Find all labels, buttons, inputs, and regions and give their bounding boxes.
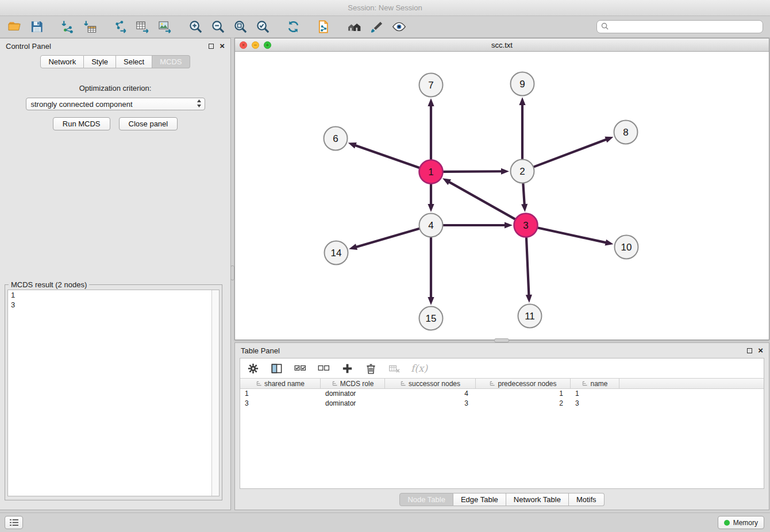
search-input[interactable] [611, 22, 759, 31]
network-node[interactable]: 1 [419, 160, 443, 184]
zoom-selected-icon[interactable] [255, 20, 270, 34]
table-cell[interactable]: 1 [240, 389, 321, 399]
tab-network[interactable]: Network [40, 55, 84, 68]
eye-icon[interactable] [391, 20, 406, 34]
criterion-dropdown[interactable]: strongly connected component [26, 98, 205, 110]
add-column-icon[interactable] [340, 361, 354, 375]
result-list-scrollbar[interactable] [211, 290, 219, 496]
network-edge[interactable] [428, 238, 434, 306]
network-node[interactable]: 2 [511, 160, 534, 183]
network-node[interactable]: 14 [325, 241, 348, 265]
tab-select[interactable]: Select [116, 55, 152, 68]
run-mcds-button[interactable]: Run MCDS [53, 117, 110, 130]
network-edge[interactable] [349, 229, 419, 250]
result-item[interactable]: 1 [8, 290, 219, 300]
deselect-all-icon[interactable] [317, 361, 330, 375]
table-cell[interactable]: dominator [321, 389, 385, 399]
export-network-icon[interactable] [113, 20, 128, 34]
apply-layout-icon[interactable] [286, 20, 301, 34]
search-box[interactable] [596, 20, 763, 33]
network-node[interactable]: 3 [514, 214, 538, 237]
column-header[interactable]: successor nodes [385, 379, 476, 388]
close-window-icon[interactable]: × [240, 41, 247, 49]
network-node[interactable]: 9 [511, 72, 534, 96]
column-header[interactable]: name [571, 379, 619, 388]
tab-mcds[interactable]: MCDS [152, 55, 190, 68]
table-panel-title: Table Panel [241, 346, 280, 355]
mcds-result-list[interactable]: 13 [7, 290, 220, 496]
function-builder-icon[interactable]: f(x) [411, 361, 428, 375]
vertical-splitter-handle[interactable] [230, 265, 234, 280]
edge-arrowhead [428, 98, 434, 106]
network-node[interactable]: 10 [615, 236, 638, 259]
tab-network-table[interactable]: Network Table [506, 493, 569, 506]
table-settings-gear-icon[interactable] [246, 361, 260, 375]
network-node[interactable]: 7 [419, 74, 443, 97]
import-network-icon[interactable] [60, 20, 75, 34]
table-cell[interactable]: 2 [476, 399, 571, 408]
network-edge[interactable] [443, 168, 509, 175]
table-cell[interactable]: 1 [571, 389, 619, 399]
delete-table-icon[interactable] [387, 361, 401, 375]
table-cell[interactable]: dominator [321, 399, 385, 408]
delete-column-trash-icon[interactable] [364, 361, 378, 375]
table-row[interactable]: 1dominator411 [240, 389, 764, 399]
result-item[interactable]: 3 [8, 300, 219, 310]
network-edge[interactable] [534, 137, 613, 167]
table-panel-float-icon[interactable] [747, 348, 752, 353]
zoom-out-icon[interactable] [210, 20, 225, 34]
column-header[interactable]: predecessor nodes [476, 379, 571, 388]
memory-button[interactable]: Memory [718, 516, 764, 529]
network-edge[interactable] [348, 142, 419, 168]
network-edge[interactable] [444, 222, 513, 228]
network-canvas[interactable]: 7968124314101511 [235, 52, 769, 340]
control-panel: Control Panel × Network Style Select MCD… [0, 38, 231, 510]
network-edge[interactable] [519, 97, 525, 159]
table-row[interactable]: 3dominator323 [240, 399, 764, 408]
network-edge[interactable] [526, 237, 532, 303]
export-table-icon[interactable] [135, 20, 150, 34]
network-node[interactable]: 15 [419, 307, 443, 330]
new-network-from-selection-icon[interactable] [316, 20, 331, 34]
select-all-icon[interactable] [293, 361, 307, 375]
node-label: 15 [426, 313, 437, 324]
horizontal-splitter-handle[interactable] [494, 338, 509, 342]
network-node[interactable]: 8 [614, 121, 638, 144]
save-session-icon[interactable] [29, 20, 44, 34]
edge-arrowhead [348, 142, 357, 149]
tab-node-table[interactable]: Node Table [399, 493, 453, 506]
panel-menu-button[interactable] [5, 516, 23, 529]
network-edge[interactable] [521, 183, 528, 212]
network-node[interactable]: 11 [518, 304, 542, 328]
network-node[interactable]: 4 [419, 214, 443, 237]
export-image-icon[interactable] [157, 20, 172, 34]
tab-style[interactable]: Style [84, 55, 116, 68]
tab-motifs[interactable]: Motifs [569, 493, 605, 506]
table-cell[interactable]: 4 [385, 389, 476, 399]
table-panel-close-icon[interactable]: × [758, 347, 763, 354]
style-brush-icon[interactable] [369, 20, 384, 34]
show-columns-icon[interactable] [270, 361, 283, 375]
zoom-in-icon[interactable] [188, 20, 203, 34]
close-panel-button[interactable]: Close panel [119, 117, 178, 130]
table-cell[interactable]: 3 [571, 399, 619, 408]
network-edge[interactable] [428, 184, 434, 213]
minimize-window-icon[interactable]: − [252, 41, 259, 49]
tab-edge-table[interactable]: Edge Table [453, 493, 506, 506]
control-panel-float-icon[interactable] [209, 44, 214, 49]
open-session-icon[interactable] [7, 20, 22, 34]
network-edge[interactable] [428, 98, 434, 160]
table-cell[interactable]: 3 [240, 399, 321, 408]
network-edge[interactable] [538, 228, 614, 246]
network-edge[interactable] [442, 178, 515, 219]
table-cell[interactable]: 1 [476, 389, 571, 399]
table-cell[interactable]: 3 [385, 399, 476, 408]
import-table-icon[interactable] [82, 20, 97, 34]
home-icon[interactable] [346, 20, 361, 34]
control-panel-close-icon[interactable]: × [220, 43, 225, 49]
column-header[interactable]: MCDS role [321, 379, 385, 388]
column-header[interactable]: shared name [240, 379, 321, 388]
zoom-fit-icon[interactable] [233, 20, 248, 34]
network-node[interactable]: 6 [324, 127, 348, 151]
zoom-window-icon[interactable]: + [264, 41, 271, 49]
